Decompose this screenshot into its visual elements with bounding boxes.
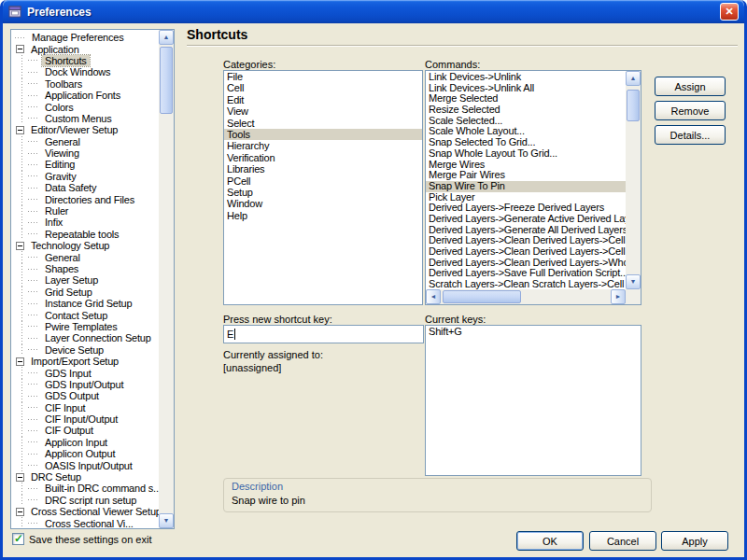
tree-item[interactable]: Application bbox=[15, 43, 159, 54]
tree-item[interactable]: General bbox=[15, 136, 159, 147]
tree-item[interactable]: GDS Input bbox=[15, 367, 159, 378]
tree-item[interactable]: Built-in DRC command s... bbox=[15, 483, 159, 494]
tree-item-label[interactable]: Instance Grid Setup bbox=[42, 298, 134, 309]
scroll-track[interactable] bbox=[441, 289, 611, 304]
tree-item[interactable]: Data Safety bbox=[15, 182, 159, 193]
list-item[interactable]: Link Devices->Unlink bbox=[426, 72, 626, 83]
tree-item[interactable]: DRC Setup bbox=[15, 471, 159, 483]
commands-listbox[interactable]: Link Devices->UnlinkLink Devices->Unlink… bbox=[425, 70, 641, 305]
scroll-up-icon[interactable]: ▲ bbox=[159, 30, 174, 45]
tree-item[interactable]: Contact Setup bbox=[15, 309, 159, 320]
tree-collapse-icon[interactable] bbox=[16, 473, 24, 482]
tree-item-label[interactable]: Technology Setup bbox=[28, 240, 112, 251]
tree-item-label[interactable]: Application bbox=[28, 44, 82, 55]
tree-item-label[interactable]: Dock Windows bbox=[42, 66, 113, 77]
tree-item[interactable]: Shapes bbox=[15, 263, 159, 274]
list-item[interactable]: Cell bbox=[224, 82, 422, 93]
tree-item[interactable]: Import/Export Setup bbox=[15, 356, 159, 367]
list-item[interactable]: View bbox=[224, 105, 422, 117]
tree-item[interactable]: Dock Windows bbox=[15, 66, 159, 77]
tree-item-label[interactable]: Application Fonts bbox=[42, 90, 123, 101]
tree-item[interactable]: Custom Menus bbox=[15, 113, 159, 124]
scroll-down-icon[interactable]: ▼ bbox=[159, 513, 174, 528]
titlebar[interactable]: Preferences ✕ bbox=[3, 0, 744, 23]
tree-item-label[interactable]: Custom Menus bbox=[42, 113, 115, 124]
tree-item-label[interactable]: Toolbars bbox=[42, 78, 85, 90]
commands-vscrollbar[interactable]: ▲ ▼ bbox=[626, 71, 641, 289]
tree-item-label[interactable]: Applicon Output bbox=[42, 448, 118, 459]
tree-item-label[interactable]: Built-in DRC command s... bbox=[42, 483, 159, 494]
tree-item-label[interactable]: Shortcuts bbox=[42, 55, 90, 66]
list-item[interactable]: Resize Selected bbox=[426, 105, 626, 116]
tree-item[interactable]: CIF Input bbox=[15, 402, 159, 413]
tree-item-label[interactable]: Cross Sectional Vi... bbox=[42, 518, 136, 528]
tree-item[interactable]: GDS Output bbox=[15, 390, 159, 401]
tree-item-label[interactable]: DRC script run setup bbox=[42, 495, 139, 506]
categories-listbox[interactable]: FileCellEditViewSelectToolsHierarchyVeri… bbox=[223, 70, 423, 305]
tree-item-label[interactable]: General bbox=[42, 136, 83, 147]
tree-item[interactable]: Instance Grid Setup bbox=[15, 298, 159, 309]
tree-collapse-icon[interactable] bbox=[16, 45, 24, 53]
scroll-thumb[interactable] bbox=[443, 290, 521, 303]
tree-item[interactable]: Ruler bbox=[15, 205, 159, 217]
close-button[interactable]: ✕ bbox=[720, 3, 739, 21]
tree-item[interactable]: General bbox=[15, 251, 159, 262]
tree-item-label[interactable]: Pwire Templates bbox=[42, 321, 120, 332]
tree-item-label[interactable]: Shapes bbox=[42, 263, 81, 274]
current-keys-listbox[interactable]: Shift+G bbox=[425, 325, 641, 476]
cancel-button[interactable]: Cancel bbox=[589, 531, 656, 551]
tree-item[interactable]: Viewing bbox=[15, 147, 159, 159]
tree-item-label[interactable]: GDS Input/Output bbox=[42, 379, 126, 390]
tree-item[interactable]: Shortcuts bbox=[15, 55, 159, 66]
tree-item-label[interactable]: Repeatable tools bbox=[42, 229, 121, 240]
list-item[interactable]: Edit bbox=[224, 94, 422, 105]
list-item[interactable]: Setup bbox=[224, 187, 422, 198]
tree-item[interactable]: Applicon Output bbox=[15, 448, 159, 459]
list-item[interactable]: Libraries bbox=[224, 163, 422, 175]
save-settings-checkbox[interactable]: Save these settings on exit bbox=[12, 533, 151, 545]
list-item[interactable]: File bbox=[224, 71, 422, 82]
assign-button[interactable]: Assign bbox=[655, 77, 726, 96]
list-item[interactable]: Snap Whole Layout To Grid... bbox=[426, 148, 626, 160]
tree-item[interactable]: OASIS Input/Output bbox=[15, 459, 159, 470]
tree-item[interactable]: Toolbars bbox=[15, 78, 159, 90]
remove-button[interactable]: Remove bbox=[655, 101, 726, 120]
tree-item-label[interactable]: Layer Setup bbox=[42, 274, 101, 286]
tree-item[interactable]: DRC script run setup bbox=[15, 495, 159, 506]
list-item[interactable]: Hierarchy bbox=[224, 140, 422, 151]
tree-item[interactable]: Layer Setup bbox=[15, 274, 159, 286]
tree-item[interactable]: Cross Sectional Vi... bbox=[15, 517, 159, 528]
list-item[interactable]: Window bbox=[224, 198, 422, 209]
list-item[interactable]: Scratch Layers->Clean Scratch Layers->Ce… bbox=[426, 279, 626, 289]
tree-item-label[interactable]: Data Safety bbox=[42, 182, 99, 193]
details-button[interactable]: Details... bbox=[655, 125, 726, 145]
scroll-up-icon[interactable]: ▲ bbox=[626, 71, 641, 86]
scroll-left-icon[interactable]: ◄ bbox=[426, 289, 441, 304]
tree-item[interactable]: Directories and Files bbox=[15, 193, 159, 204]
list-item[interactable]: Select bbox=[224, 118, 422, 129]
list-item[interactable]: Verification bbox=[224, 152, 422, 163]
tree-item[interactable]: CIF Output bbox=[15, 425, 159, 436]
list-item[interactable]: Help bbox=[224, 210, 422, 221]
tree-item[interactable]: Editing bbox=[15, 159, 159, 170]
list-item[interactable]: Derived Layers->Clean Derived Layers->Ce… bbox=[426, 246, 626, 258]
shortcut-key-input[interactable]: E bbox=[223, 325, 424, 343]
tree-item[interactable]: Infix bbox=[15, 217, 159, 228]
commands-hscrollbar[interactable]: ◄ ► bbox=[426, 289, 626, 304]
tree-collapse-icon[interactable] bbox=[16, 508, 24, 516]
tree-collapse-icon[interactable] bbox=[16, 126, 24, 134]
scroll-down-icon[interactable]: ▼ bbox=[626, 274, 641, 289]
tree-item-label[interactable]: Device Setup bbox=[42, 344, 106, 356]
tree-item-label[interactable]: Import/Export Setup bbox=[28, 356, 121, 367]
scroll-thumb[interactable] bbox=[627, 90, 640, 121]
tree-item[interactable]: Cross Sectional Viewer Setup bbox=[15, 506, 159, 517]
tree-item[interactable]: Manage Preferences bbox=[15, 32, 159, 43]
tree-item[interactable]: GDS Input/Output bbox=[15, 379, 159, 390]
tree-item[interactable]: Editor/Viewer Setup bbox=[15, 124, 159, 135]
tree-item-label[interactable]: Contact Setup bbox=[42, 310, 110, 321]
scroll-track[interactable] bbox=[626, 86, 641, 274]
tree-item-label[interactable]: Infix bbox=[42, 217, 65, 228]
apply-button[interactable]: Apply bbox=[661, 531, 728, 551]
tree-scrollbar[interactable]: ▲ ▼ bbox=[159, 30, 174, 528]
list-item[interactable]: Shift+G bbox=[426, 326, 641, 337]
